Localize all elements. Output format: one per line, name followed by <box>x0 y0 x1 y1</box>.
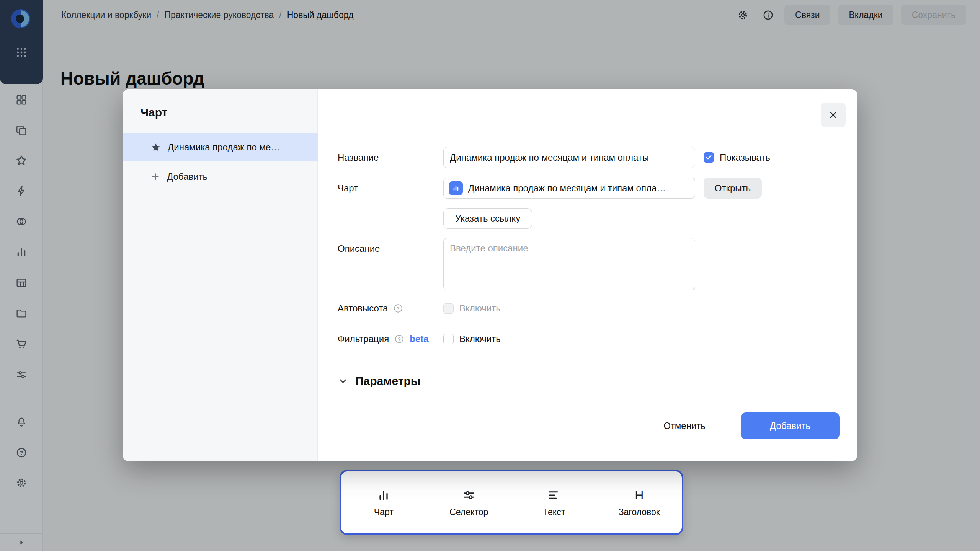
name-label-text: Название <box>338 152 379 163</box>
plus-icon <box>150 172 160 182</box>
selector-sliders-icon <box>462 488 476 502</box>
add-item-label: Добавить <box>167 171 207 182</box>
close-icon <box>828 109 839 121</box>
toolbar-item-label: Текст <box>543 507 565 517</box>
toolbar-item-text[interactable]: Текст <box>511 471 597 533</box>
filtering-checkbox[interactable] <box>443 334 454 344</box>
parameters-label: Параметры <box>355 375 420 388</box>
star-icon <box>150 142 161 153</box>
svg-text:?: ? <box>398 337 401 342</box>
description-label: Описание <box>338 238 380 259</box>
toolbar-item-label: Заголовок <box>619 507 660 517</box>
modal-items-panel: Чарт Динамика продаж по ме… Добавить <box>122 89 318 461</box>
autoheight-label: Автовысота ? <box>338 300 403 317</box>
toolbar-item-chart[interactable]: Чарт <box>341 471 426 533</box>
parameters-section-toggle[interactable]: Параметры <box>338 370 420 392</box>
chart-select-field[interactable]: Динамика продаж по месяцам и типам опла… <box>443 178 695 199</box>
chart-label: Чарт <box>338 178 358 199</box>
open-chart-button[interactable]: Открыть <box>704 178 762 199</box>
chevron-down-icon <box>338 376 348 386</box>
filtering-label: Фильтрация ? beta <box>338 331 428 347</box>
filtering-help-icon[interactable]: ? <box>394 334 404 344</box>
panel-title: Чарт <box>140 106 167 119</box>
widgets-toolbar: Чарт Селектор Текст H Заголовок <box>340 470 683 535</box>
filtering-checkbox-row: Включить <box>443 331 501 347</box>
filtering-label-text: Фильтрация <box>338 334 389 344</box>
toolbar-item-label: Чарт <box>374 507 394 517</box>
name-input[interactable] <box>443 147 695 168</box>
beta-badge: beta <box>410 334 428 344</box>
chart-list-item[interactable]: Динамика продаж по ме… <box>122 133 318 161</box>
toolbar-item-selector[interactable]: Селектор <box>426 471 512 533</box>
heading-glyph: H <box>635 488 644 502</box>
autoheight-label-text: Автовысота <box>338 303 388 314</box>
description-label-text: Описание <box>338 243 380 254</box>
autoheight-checkbox-row: Включить <box>443 300 501 317</box>
add-chart-modal: Чарт Динамика продаж по ме… Добавить Наз… <box>122 89 858 461</box>
add-item-button[interactable]: Добавить <box>122 165 318 188</box>
chart-type-icon <box>449 181 463 195</box>
description-textarea[interactable] <box>443 238 695 290</box>
app-root: ? Коллекции и воркбуки / Практические ру… <box>0 0 980 551</box>
text-lines-icon <box>547 488 561 502</box>
check-icon <box>705 154 712 161</box>
autoheight-checkbox-label: Включить <box>459 303 501 314</box>
autoheight-help-icon[interactable]: ? <box>393 303 403 313</box>
close-button[interactable] <box>821 103 846 127</box>
chart-field-value: Динамика продаж по месяцам и типам опла… <box>468 183 666 194</box>
heading-icon: H <box>635 488 644 502</box>
show-checkbox[interactable] <box>704 152 714 163</box>
name-label: Название <box>338 147 379 168</box>
filtering-checkbox-label: Включить <box>459 334 501 344</box>
show-checkbox-row: Показывать <box>704 147 770 168</box>
cancel-button[interactable]: Отменить <box>658 415 711 437</box>
chart-bar-icon <box>377 488 390 502</box>
chart-list-item-label: Динамика продаж по ме… <box>168 142 280 153</box>
add-button[interactable]: Добавить <box>741 412 840 439</box>
specify-link-button[interactable]: Указать ссылку <box>443 208 532 229</box>
chart-label-text: Чарт <box>338 183 358 194</box>
show-checkbox-label: Показывать <box>720 152 770 163</box>
autoheight-checkbox[interactable] <box>443 303 454 314</box>
toolbar-item-label: Селектор <box>449 507 488 517</box>
toolbar-item-heading[interactable]: H Заголовок <box>597 471 682 533</box>
svg-text:?: ? <box>397 306 400 311</box>
